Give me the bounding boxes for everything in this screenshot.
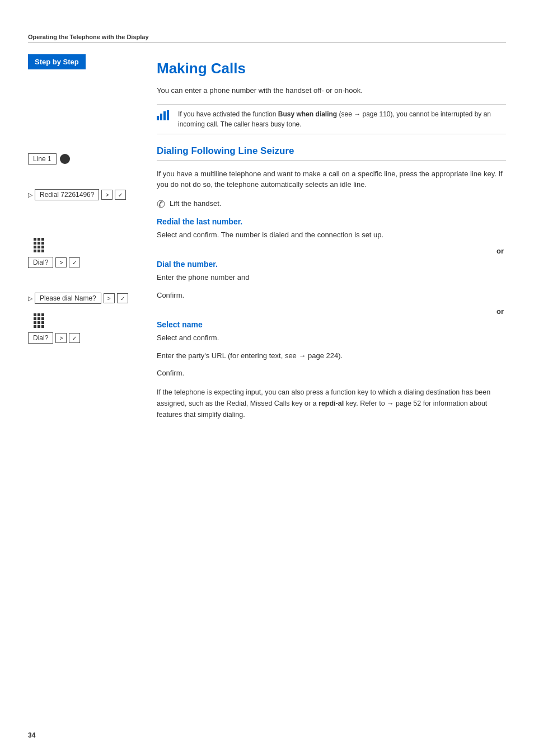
dial-number-title: Dial the number. (157, 260, 218, 269)
lift-handset-label: Lift the handset. (170, 198, 222, 209)
line1-display: Line 1 (28, 153, 57, 165)
dial-check-icon2: ✓ (72, 335, 77, 341)
check-button[interactable]: ✓ (115, 190, 126, 200)
enter-phone-label: Enter the phone number and (157, 272, 250, 283)
triangle-icon: ▷ (28, 191, 32, 199)
keypad-icon2 (34, 313, 44, 328)
dial-check-button2[interactable]: ✓ (69, 333, 80, 343)
redial-subsection-title: Redial the last number. (157, 217, 242, 226)
dialing-intro: If you have a multiline telephone and wa… (157, 168, 506, 190)
or-label2: or (157, 307, 506, 316)
note-text-part1: If you have activated the function (178, 110, 278, 118)
arrow-right-icon: > (106, 192, 109, 198)
confirm-label1: Confirm. (157, 290, 184, 301)
arrow-button[interactable]: > (101, 190, 113, 200)
select-confirm-label: Select and confirm. (157, 332, 219, 344)
dial-display: Dial? (28, 257, 53, 268)
dial-row2: Dial? > ✓ (28, 332, 140, 344)
bottom-note-bold: repdi-al (318, 400, 344, 407)
dial-check-icon: ✓ (72, 260, 77, 266)
redial-confirm-row: Select and confirm. The number is dialed… (157, 229, 506, 241)
left-column: Step by Step Line 1 ▷ Redial 72261496? >… (28, 54, 151, 420)
confirm-row1: Confirm. (157, 290, 506, 301)
dial-check-button[interactable]: ✓ (69, 257, 80, 267)
dialing-section-title: Dialing Following Line Seizure (157, 145, 506, 161)
dial-row: Dial? > ✓ (28, 257, 140, 268)
redial-confirm-label: Select and confirm. The number is dialed… (157, 229, 383, 241)
please-dial-arrow-icon: > (107, 295, 111, 302)
note-bold: Busy when dialing (278, 110, 337, 118)
section-header: Operating the Telephone with the Display (28, 34, 506, 43)
note-bars-icon (157, 109, 172, 120)
dial-number-block: Dial the number. (157, 260, 506, 269)
right-column: Making Calls You can enter a phone numbe… (151, 54, 506, 420)
bar1 (157, 116, 159, 120)
two-col-layout: Step by Step Line 1 ▷ Redial 72261496? >… (28, 54, 506, 420)
confirm-row2: Confirm. (157, 368, 506, 379)
keypad-icon-row2 (34, 309, 140, 328)
bar2 (160, 114, 162, 120)
please-dial-display: Please dial Name? (35, 293, 101, 304)
enter-url-label: Enter the party's URL (for entering text… (157, 350, 343, 361)
please-dial-row: ▷ Please dial Name? > ✓ (28, 293, 140, 304)
dial-arrow-button[interactable]: > (55, 257, 67, 267)
enter-url-row: Enter the party's URL (for entering text… (157, 350, 506, 361)
signal-bars (157, 110, 169, 120)
main-title: Making Calls (157, 60, 506, 77)
lift-handset-row: ✆ Lift the handset. (157, 198, 506, 210)
phone-circle-icon (60, 154, 70, 164)
please-dial-check-button[interactable]: ✓ (117, 293, 128, 303)
note-text: If you have activated the function Busy … (178, 109, 506, 129)
intro-text: You can enter a phone number with the ha… (157, 85, 506, 96)
line1-row: Line 1 (28, 153, 140, 165)
bar3 (163, 111, 166, 120)
dial-arrow-icon: > (59, 260, 63, 266)
dial-arrow-icon2: > (59, 335, 63, 341)
or-label1: or (157, 247, 506, 255)
redial-label-block: Redial the last number. (157, 217, 506, 226)
select-name-title: Select name (157, 320, 203, 329)
select-name-block: Select name (157, 320, 506, 329)
redial-display: Redial 72261496? (35, 189, 99, 200)
keypad-icon-row (34, 234, 140, 252)
check-icon: ✓ (118, 192, 123, 198)
please-dial-arrow-button[interactable]: > (104, 293, 115, 303)
keypad-icon (34, 238, 44, 252)
confirm-label2: Confirm. (157, 368, 184, 379)
redial-row: ▷ Redial 72261496? > ✓ (28, 189, 140, 200)
select-confirm-row: Select and confirm. (157, 332, 506, 344)
please-dial-check-icon: ✓ (120, 295, 125, 302)
note-box: If you have activated the function Busy … (157, 104, 506, 134)
enter-phone-row: Enter the phone number and (157, 272, 506, 283)
dial-arrow-button2[interactable]: > (55, 333, 67, 343)
step-by-step-box: Step by Step (28, 54, 86, 69)
bar4 (167, 110, 169, 120)
please-dial-triangle-icon: ▷ (28, 295, 32, 302)
page-number: 34 (28, 731, 35, 739)
page-container: Operating the Telephone with the Display… (0, 0, 534, 756)
handset-icon: ✆ (157, 198, 165, 210)
dial-display2: Dial? (28, 332, 53, 344)
bottom-note: If the telephone is expecting input, you… (157, 387, 506, 420)
